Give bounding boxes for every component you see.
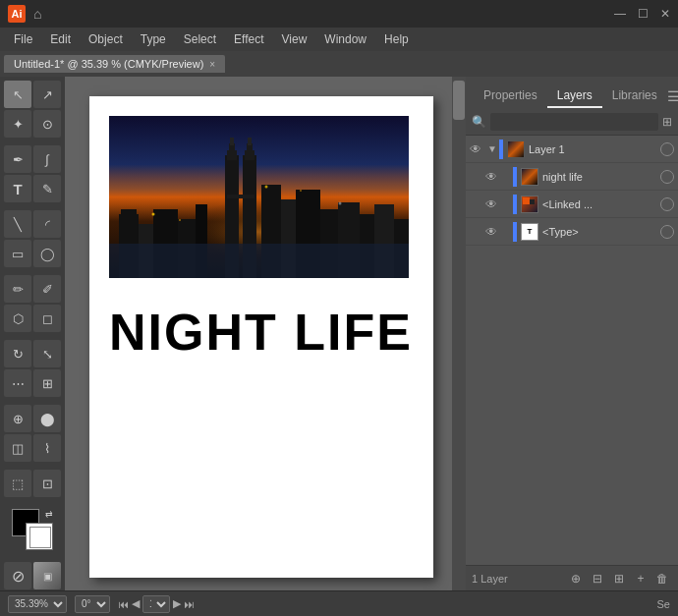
- page-select[interactable]: 1: [142, 595, 170, 613]
- layers-bottom-bar: 1 Layer ⊕ ⊟ ⊞ + 🗑: [466, 565, 678, 590]
- layer-row-layer1[interactable]: 👁 ▼ Layer 1: [466, 136, 678, 163]
- type-tool[interactable]: T: [4, 175, 31, 202]
- menu-help[interactable]: Help: [376, 30, 417, 48]
- tab-properties[interactable]: Properties: [474, 84, 547, 108]
- maximize-button[interactable]: ☐: [638, 7, 649, 21]
- layer-thumb-linked: [521, 196, 538, 213]
- magic-wand-tool[interactable]: ✦: [4, 110, 31, 138]
- visibility-icon-linked[interactable]: 👁: [485, 197, 503, 211]
- paintbrush-tool[interactable]: ✏: [4, 275, 31, 303]
- pen-tool[interactable]: ✒: [4, 145, 31, 173]
- svg-rect-3: [121, 209, 137, 217]
- svg-rect-25: [109, 244, 409, 278]
- document-tab[interactable]: Untitled-1* @ 35.39 % (CMYK/Preview) ×: [4, 55, 225, 73]
- new-layer-btn[interactable]: +: [631, 569, 650, 588]
- warp-tool[interactable]: ⋯: [4, 369, 31, 397]
- first-page-btn[interactable]: ⏮: [118, 598, 129, 610]
- layer-name-layer1: Layer 1: [529, 143, 656, 155]
- visibility-icon-nightlife[interactable]: 👁: [485, 170, 503, 184]
- menu-effect[interactable]: Effect: [226, 30, 271, 48]
- rectangle-tool[interactable]: ▭: [4, 240, 31, 267]
- new-sublayer-btn[interactable]: ⊞: [609, 569, 629, 588]
- tab-layers[interactable]: Layers: [547, 84, 602, 108]
- svg-point-30: [339, 202, 342, 205]
- line-tool[interactable]: ╲: [4, 210, 31, 238]
- menu-edit[interactable]: Edit: [42, 30, 79, 48]
- pencil-tool[interactable]: ✐: [33, 275, 61, 303]
- layer-select-circle-nightlife[interactable]: [660, 170, 674, 184]
- rotate-tool[interactable]: ↻: [4, 340, 31, 367]
- menu-view[interactable]: View: [274, 30, 315, 48]
- visibility-icon-layer1[interactable]: 👁: [470, 142, 487, 156]
- layer-select-circle-layer1[interactable]: [660, 142, 674, 156]
- eraser-tool[interactable]: ◻: [33, 305, 61, 332]
- delete-layer-btn[interactable]: 🗑: [652, 569, 672, 588]
- panel-menu-button[interactable]: ☰: [667, 88, 678, 108]
- tool-row-3: ✒ ∫: [4, 145, 61, 173]
- layer-row-linked[interactable]: 👁 ▶ <Linked ...: [466, 191, 678, 218]
- stroke-swatch[interactable]: [26, 523, 53, 550]
- panel-tabs: Properties Layers Libraries ☰: [466, 77, 678, 108]
- direct-select-tool[interactable]: ↗: [33, 81, 61, 108]
- select-tool[interactable]: ↖: [4, 81, 31, 108]
- layers-search-input[interactable]: [490, 113, 658, 131]
- canvas-area[interactable]: NIGHT LIFE: [65, 77, 466, 590]
- tool-row-11: ⊕ ⬤: [4, 405, 61, 432]
- lasso-tool[interactable]: ⊙: [33, 110, 61, 138]
- curvature-tool[interactable]: ∫: [33, 145, 61, 173]
- tool-row-13: ⬚ ⊡: [4, 470, 61, 497]
- last-page-btn[interactable]: ⏭: [184, 598, 195, 610]
- menu-file[interactable]: File: [6, 30, 40, 48]
- title-bar-left: Ai ⌂: [8, 5, 41, 23]
- tab-libraries[interactable]: Libraries: [602, 84, 667, 108]
- make-clip-mask-btn[interactable]: ⊟: [588, 569, 607, 588]
- visibility-icon-type[interactable]: 👁: [485, 225, 503, 239]
- free-transform-tool[interactable]: ⊞: [33, 369, 61, 397]
- zoom-control: 35.39%: [8, 595, 67, 613]
- canvas-scroll-thumb[interactable]: [453, 81, 465, 120]
- locate-layer-btn[interactable]: ⊕: [566, 569, 586, 588]
- arc-tool[interactable]: ◜: [33, 210, 61, 238]
- svg-point-26: [152, 213, 155, 216]
- tool-row-10: ⋯ ⊞: [4, 369, 61, 397]
- menu-window[interactable]: Window: [316, 30, 374, 48]
- none-fill-btn[interactable]: ⊘: [4, 562, 31, 589]
- minimize-button[interactable]: —: [614, 7, 626, 21]
- menu-object[interactable]: Object: [81, 30, 131, 48]
- svg-rect-15: [248, 138, 252, 145]
- live-paint-tool[interactable]: ⬤: [33, 405, 61, 432]
- canvas-scrollbar[interactable]: [452, 77, 466, 590]
- rotation-select[interactable]: 0°: [75, 595, 110, 613]
- layer-select-circle-type[interactable]: [660, 225, 674, 239]
- next-page-btn[interactable]: ▶: [173, 597, 181, 610]
- expand-arrow-layer1[interactable]: ▼: [487, 143, 497, 154]
- chart-tool[interactable]: ⬚: [4, 470, 31, 497]
- tool-row-2: ✦ ⊙: [4, 110, 61, 138]
- zoom-select[interactable]: 35.39%: [8, 595, 67, 613]
- touch-type-tool[interactable]: ✎: [33, 175, 61, 202]
- close-button[interactable]: ✕: [660, 7, 670, 21]
- gradient-tool[interactable]: ◫: [4, 434, 31, 462]
- artboard-tool[interactable]: ⊡: [33, 470, 61, 497]
- layer-color-bar-layer1: [499, 140, 503, 159]
- color-mode-btn[interactable]: ▣: [33, 562, 61, 589]
- scale-tool[interactable]: ⤡: [33, 340, 61, 367]
- layer-name-linked: <Linked ...: [542, 198, 656, 210]
- layer-row-nightlife[interactable]: 👁 ▶ night life: [466, 163, 678, 191]
- menu-select[interactable]: Select: [176, 30, 224, 48]
- tab-close-button[interactable]: ×: [209, 59, 215, 70]
- layer-select-circle-linked[interactable]: [660, 197, 674, 211]
- layer-thumb-nightlife: [521, 168, 538, 186]
- home-icon[interactable]: ⌂: [33, 6, 41, 22]
- shape-builder-tool[interactable]: ⊕: [4, 405, 31, 432]
- layer-name-type: <Type>: [542, 226, 656, 238]
- filter-icon[interactable]: ⊞: [662, 115, 672, 129]
- ellipse-tool[interactable]: ◯: [33, 240, 61, 267]
- prev-page-btn[interactable]: ◀: [132, 597, 140, 610]
- eyedropper-tool[interactable]: ⌇: [33, 434, 61, 462]
- tool-row-4: T ✎: [4, 175, 61, 202]
- menu-type[interactable]: Type: [133, 30, 174, 48]
- swap-colors-icon[interactable]: ⇄: [45, 509, 53, 519]
- shaper-tool[interactable]: ⬡: [4, 305, 31, 332]
- layer-row-type[interactable]: 👁 ▶ T <Type>: [466, 218, 678, 246]
